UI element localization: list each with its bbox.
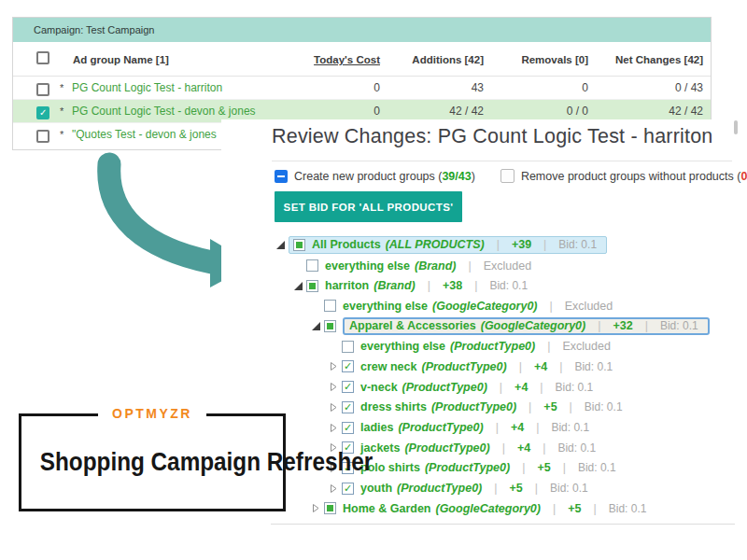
tree-checkbox-checked[interactable] [342, 422, 354, 434]
column-header-additions[interactable]: Additions [42] [412, 54, 484, 65]
tree-label: Apparel & Accessories(GoogleCategory0)|+… [349, 319, 698, 332]
collapse-icon[interactable] [330, 483, 342, 494]
tree-checkbox-partial[interactable] [306, 280, 318, 292]
tree-checkbox-unchecked[interactable] [324, 300, 336, 312]
tree-checkbox-checked[interactable] [342, 360, 354, 372]
select-all-checkbox[interactable] [36, 51, 49, 64]
product-group-name: v-neck [360, 381, 398, 394]
collapse-icon[interactable] [330, 382, 342, 392]
tree-row[interactable]: everything else(ProductType0)|Excluded [330, 336, 741, 357]
create-count: 39/43 [442, 170, 471, 183]
tree-row[interactable]: jackets(ProductType0)|+4|Bid: 0.1 [330, 438, 741, 458]
adgroup-link[interactable]: "Quotes Test - devon & jones [72, 128, 217, 141]
column-header-todays-cost[interactable]: Today's Cost [314, 54, 380, 65]
cell-removals: 0 / 0 [567, 105, 588, 118]
product-group-name: harriton [325, 279, 369, 292]
collapse-icon[interactable] [312, 503, 324, 513]
product-group-type: (ProductType0) [398, 421, 483, 434]
product-group-name: Apparel & Accessories [349, 319, 476, 332]
tree-row[interactable]: harriton(Brand)|+38|Bid: 0.1 [294, 275, 741, 296]
scrollbar-thumb[interactable] [734, 120, 738, 134]
separator: | [500, 381, 502, 394]
tree-row[interactable]: youth(ProductType0)|+5|Bid: 0.1 [330, 478, 741, 498]
collapse-icon[interactable] [330, 423, 342, 433]
change-value: Excluded [484, 259, 531, 273]
bid-value: Bid: 0.1 [551, 421, 589, 434]
expand-icon[interactable] [276, 241, 289, 249]
product-group-name: ladies [360, 421, 393, 434]
tree-checkbox-partial[interactable] [324, 502, 336, 514]
collapse-icon[interactable] [330, 402, 342, 413]
cell-removals: 0 [582, 81, 588, 94]
product-group-type: (GoogleCategory0) [435, 502, 541, 515]
divider [272, 161, 732, 161]
tree-checkbox-partial[interactable] [293, 239, 305, 251]
tree-row[interactable]: dress shirts(ProductType0)|+5|Bid: 0.1 [330, 398, 741, 418]
tree-row[interactable]: All Products(ALL PRODUCTS)|+39|Bid: 0.1 [276, 235, 741, 256]
tree-checkbox-checked[interactable] [342, 381, 354, 393]
product-group-name: Home & Garden [343, 502, 430, 515]
tree-label: crew neck(ProductType0)|+4|Bid: 0.1 [360, 360, 613, 373]
separator: | [468, 259, 471, 273]
product-group-type: (ALL PRODUCTS) [386, 238, 485, 251]
tree-checkbox-partial[interactable] [324, 320, 336, 332]
product-group-type: (ProductType0) [397, 482, 482, 495]
row-checkbox[interactable] [36, 106, 49, 119]
change-value: +5 [510, 482, 523, 495]
tree-row[interactable]: ladies(ProductType0)|+4|Bid: 0.1 [330, 417, 741, 438]
tree-checkbox-checked[interactable] [342, 401, 354, 413]
column-header-removals[interactable]: Removals [0] [521, 54, 588, 65]
product-group-type: (Brand) [374, 279, 415, 292]
table-row[interactable]: *PG Count Logic Test - harriton04300 / 4… [13, 77, 711, 100]
review-changes-panel: Review Changes: PG Count Logic Test - ha… [221, 119, 747, 560]
remove-groups-checkbox[interactable] [500, 169, 514, 183]
separator: | [559, 360, 562, 373]
brand-title: Shopping Campaign Refresher [21, 448, 283, 477]
tree-label: ladies(ProductType0)|+4|Bid: 0.1 [360, 421, 589, 434]
tree-checkbox-unchecked[interactable] [342, 341, 354, 353]
star-marker: * [60, 82, 63, 93]
tree-checkbox-checked[interactable] [342, 483, 354, 495]
adgroup-link[interactable]: PG Count Logic Test - harriton [72, 81, 222, 94]
change-value: +4 [534, 360, 547, 373]
product-group-type: (ProductType0) [425, 461, 510, 474]
tree-row[interactable]: v-neck(ProductType0)|+4|Bid: 0.1 [330, 377, 741, 398]
tree-row[interactable]: Home & Garden(GoogleCategory0)|+5|Bid: 0… [312, 498, 741, 519]
brand-box: OPTMYZR Shopping Campaign Refresher [19, 413, 286, 511]
tree-row[interactable]: everything else(Brand)|Excluded [294, 256, 741, 276]
column-header-net-changes[interactable]: Net Changes [42] [615, 54, 703, 65]
expand-icon[interactable] [312, 322, 324, 330]
adgroup-link[interactable]: PG Count Logic Test - devon & jones [72, 105, 256, 118]
product-group-type: (ProductType0) [404, 441, 489, 455]
product-group-type: (ProductType0) [421, 360, 506, 373]
tree-label: All Products(ALL PRODUCTS)|+39|Bid: 0.1 [312, 238, 597, 251]
bid-value: Bid: 0.1 [574, 360, 613, 373]
cell-net: 0 / 43 [675, 81, 703, 94]
expand-icon[interactable] [294, 282, 306, 290]
separator: | [547, 340, 550, 353]
separator: | [553, 502, 556, 515]
tree-checkbox-unchecked[interactable] [306, 259, 318, 272]
tree-row[interactable]: everything else(GoogleCategory0)|Exclude… [312, 296, 741, 316]
row-checkbox[interactable] [36, 83, 49, 96]
star-marker: * [60, 105, 63, 117]
bid-value: Bid: 0.1 [557, 441, 596, 455]
separator: | [543, 441, 545, 455]
row-checkbox[interactable] [36, 130, 49, 143]
change-value: +5 [568, 502, 581, 515]
tree-row[interactable]: crew neck(ProductType0)|+4|Bid: 0.1 [330, 357, 741, 377]
separator: | [522, 461, 525, 474]
change-value: +4 [514, 381, 528, 394]
product-group-name: All Products [312, 238, 381, 251]
change-value: +4 [517, 441, 530, 455]
create-groups-checkbox[interactable] [275, 170, 288, 183]
tree-label: youth(ProductType0)|+5|Bid: 0.1 [360, 482, 588, 495]
tree-row[interactable]: polo shirts(ProductType0)|+5|Bid: 0.1 [330, 458, 741, 479]
set-bid-button[interactable]: SET BID FOR 'ALL PRODUCTS' [275, 191, 462, 222]
collapse-icon[interactable] [330, 361, 342, 371]
product-group-name: crew neck [360, 360, 416, 373]
change-value: Excluded [565, 300, 613, 313]
separator: | [594, 502, 597, 515]
tree-row[interactable]: Apparel & Accessories(GoogleCategory0)|+… [312, 316, 741, 337]
column-header-adgroup[interactable]: Ad group Name [1] [73, 54, 169, 65]
